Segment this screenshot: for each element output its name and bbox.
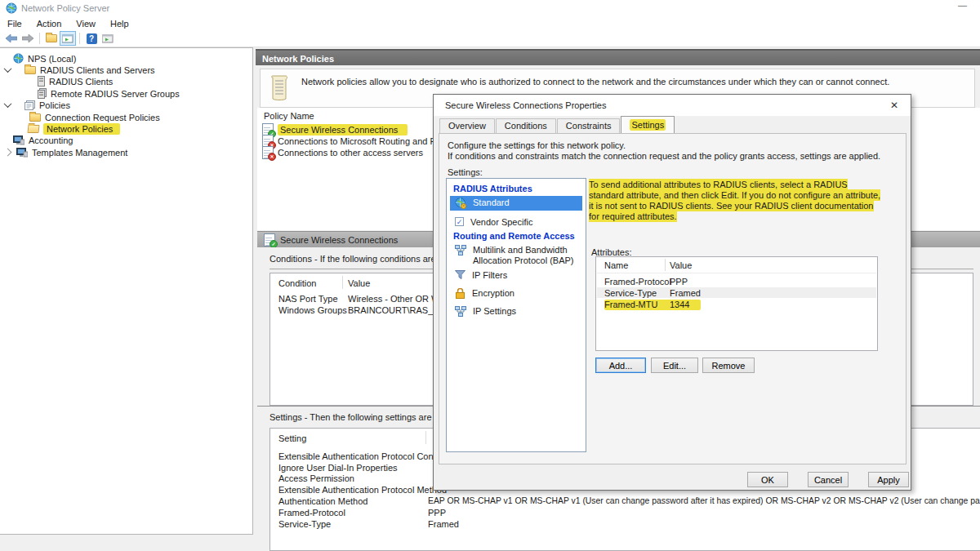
export-list-icon[interactable] xyxy=(43,31,60,46)
tree-label: Policies xyxy=(39,100,70,110)
menu-help[interactable]: Help xyxy=(103,19,136,29)
tree-item-accounting[interactable]: Accounting xyxy=(13,134,73,146)
attribute-value: 1344 xyxy=(670,300,701,310)
nps-icon xyxy=(13,53,24,64)
nav-item-vendor-specific[interactable]: ✓ Vendor Specific xyxy=(450,216,582,229)
value-cell: EAP OR MS-CHAP v1 OR MS-CHAP v1 (User ca… xyxy=(428,496,980,505)
toolbar: ? xyxy=(0,30,980,47)
tree-item-radius-clients[interactable]: RADIUS Clients xyxy=(38,75,113,87)
tab-constraints[interactable]: Constraints xyxy=(557,118,621,133)
nav-item-label: IP Filters xyxy=(472,270,507,281)
policy-disabled-icon: ✕ xyxy=(262,146,274,159)
minimize-button[interactable]: — xyxy=(958,0,967,10)
standard-attribute-info: To send additional attributes to RADIUS … xyxy=(589,180,883,222)
back-icon[interactable] xyxy=(3,31,20,46)
column-divider[interactable] xyxy=(425,431,426,444)
ip-settings-icon xyxy=(455,306,466,317)
policy-description-text: Network policies allow you to designate … xyxy=(301,77,955,87)
forward-icon[interactable] xyxy=(20,31,36,46)
value-column-header[interactable]: Value xyxy=(348,278,370,288)
header-rule xyxy=(597,273,876,273)
nav-item-label: Encryption xyxy=(472,288,514,299)
setting-cell: Service-Type xyxy=(278,519,331,529)
nav-group-routing-remote-access: Routing and Remote Access xyxy=(453,231,575,241)
nav-item-bap[interactable]: Multilink and Bandwidth Allocation Proto… xyxy=(450,243,582,268)
tree-item-nps-local[interactable]: NPS (Local) xyxy=(13,52,76,64)
cancel-button[interactable]: Cancel xyxy=(808,472,849,487)
attribute-name: Framed-Protocol xyxy=(604,277,671,287)
help-icon[interactable]: ? xyxy=(83,31,100,46)
window-title: Network Policy Server xyxy=(21,3,109,13)
edit-button[interactable]: Edit... xyxy=(651,358,698,373)
settings-nav-list: RADIUS Attributes Standard ✓ Vendor Spec… xyxy=(446,178,586,452)
show-console-tree-icon[interactable] xyxy=(60,31,76,46)
value-column-header[interactable]: Value xyxy=(670,260,692,270)
name-column-header[interactable]: Name xyxy=(604,260,628,270)
server-group-icon xyxy=(38,88,47,99)
setting-cell: Access Permission xyxy=(278,473,354,483)
close-icon[interactable]: ✕ xyxy=(884,98,904,113)
dialog-settings-label: Settings: xyxy=(448,167,483,177)
condition-cell: Windows Groups xyxy=(278,305,347,315)
properties-dialog: Secure Wireless Connections Properties ✕… xyxy=(433,94,911,491)
tree-item-remote-radius-groups[interactable]: Remote RADIUS Server Groups xyxy=(38,87,180,100)
policy-enabled-icon: ✓ xyxy=(264,233,275,247)
chevron-down-icon[interactable] xyxy=(4,100,12,108)
ok-button[interactable]: OK xyxy=(747,472,788,487)
column-divider[interactable] xyxy=(342,276,343,289)
vendor-specific-icon: ✓ xyxy=(455,217,464,226)
menu-action[interactable]: Action xyxy=(29,19,69,29)
condition-cell: NAS Port Type xyxy=(278,294,338,304)
menu-file[interactable]: File xyxy=(0,19,29,29)
setting-cell: Ignore User Dial-In Properties xyxy=(278,463,398,473)
nav-item-ip-settings[interactable]: IP Settings xyxy=(450,304,582,318)
standard-attribute-icon xyxy=(455,198,466,209)
policy-note-icon xyxy=(270,74,288,100)
policy-name-column-header[interactable]: Policy Name xyxy=(264,111,314,121)
bap-icon xyxy=(455,245,466,256)
encryption-lock-icon xyxy=(455,288,466,299)
tab-overview[interactable]: Overview xyxy=(439,118,495,133)
attribute-name: Service-Type xyxy=(604,288,657,298)
settings-tab-page: Configure the settings for this network … xyxy=(439,133,906,464)
condition-column-header[interactable]: Condition xyxy=(278,278,316,288)
nav-item-standard[interactable]: Standard xyxy=(450,196,582,211)
nav-item-label: Multilink and Bandwidth Allocation Proto… xyxy=(473,245,576,266)
setting-column-header[interactable]: Setting xyxy=(278,433,306,443)
nav-item-label: IP Settings xyxy=(473,306,516,317)
apply-button[interactable]: Apply xyxy=(868,472,909,487)
tab-conditions[interactable]: Conditions xyxy=(496,118,556,133)
tree-item-policies[interactable]: Policies xyxy=(5,99,70,111)
tab-settings[interactable]: Settings xyxy=(621,116,675,133)
dialog-intro-line1: Configure the settings for this network … xyxy=(448,140,626,150)
nav-item-label: Standard xyxy=(473,198,510,208)
dialog-intro-line2: If conditions and constraints match the … xyxy=(448,151,880,161)
tree-item-network-policies[interactable]: Network Policies xyxy=(28,122,120,135)
tree-item-radius-clients-servers[interactable]: RADIUS Clients and Servers xyxy=(5,64,155,76)
results-pane-header: Network Policies xyxy=(256,49,980,65)
app-icon xyxy=(6,2,17,14)
menu-view[interactable]: View xyxy=(69,19,103,29)
folder-icon xyxy=(24,66,36,74)
folder-icon xyxy=(29,113,41,122)
add-button[interactable]: Add... xyxy=(595,358,646,373)
tree-label: NPS (Local) xyxy=(28,54,76,64)
nav-item-encryption[interactable]: Encryption xyxy=(450,287,582,300)
chevron-down-icon[interactable] xyxy=(4,64,12,73)
nav-item-ip-filters[interactable]: IP Filters xyxy=(450,269,582,282)
tree-label: Accounting xyxy=(29,136,73,145)
tree-item-templates-management[interactable]: Templates Management xyxy=(5,146,127,158)
accounting-icon xyxy=(13,136,24,145)
policy-row-other-access[interactable]: ✕ Connections to other access servers xyxy=(262,146,423,159)
ip-filters-icon xyxy=(455,270,466,280)
value-cell: PPP xyxy=(428,508,446,518)
tree-label: RADIUS Clients and Servers xyxy=(40,65,155,75)
dialog-title: Secure Wireless Connections Properties xyxy=(445,100,606,110)
menu-bar: File Action View Help xyxy=(0,16,980,30)
chevron-right-icon[interactable] xyxy=(4,149,12,157)
tree-item-connection-request-policies[interactable]: Connection Request Policies xyxy=(29,111,160,123)
setting-cell: Extensible Authentication Protocol Metho… xyxy=(278,485,447,495)
console-window-icon[interactable] xyxy=(100,31,116,46)
remove-button[interactable]: Remove xyxy=(702,358,755,373)
column-divider[interactable] xyxy=(665,259,666,271)
